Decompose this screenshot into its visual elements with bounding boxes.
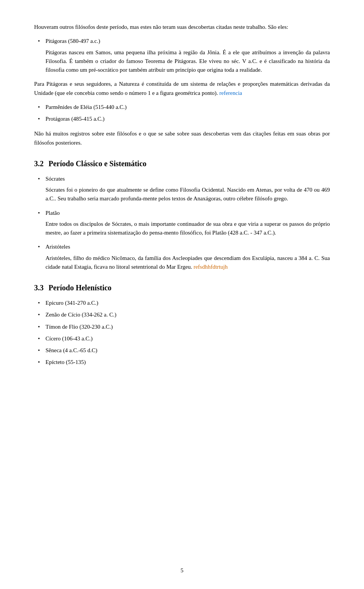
no-records-paragraph: Não há muitos registros sobre este filós… [34, 129, 330, 147]
page: Houveram outros filósofos deste período,… [0, 0, 364, 589]
cicero-label: Cícero (106-43 a.C.) [46, 335, 93, 342]
section-33-title: Período Helenístico [49, 283, 111, 292]
aristoteles-name: Aristóteles [46, 244, 70, 250]
epicuro-bullet: Epicuro (341-270 a.C.) [34, 299, 330, 307]
socrates-detail: Sócrates foi o pioneiro do que atualment… [34, 186, 330, 203]
section-32-heading: 3.2 Período Clássico e Sistemático [34, 159, 330, 169]
pitagoras-detail: Pitágoras nasceu em Samos, uma pequena i… [34, 48, 330, 75]
pythagoras-ref: referencia [220, 90, 242, 96]
timon-bullet: Tímon de Flio (320-230 a.C.) [34, 323, 330, 331]
seneca-bullet: Sêneca (4 a.C.-65 d.C) [34, 346, 330, 355]
epicuro-label: Epicuro (341-270 a.C.) [46, 300, 98, 306]
section-32-number: 3.2 [34, 159, 44, 168]
section-33-number: 3.3 [34, 283, 44, 292]
parmenides-bullet: Parmênides de Eléia (515-440 a.C.) [34, 103, 330, 112]
protagoras-bullet: Protágoras (485-415 a.C.) [34, 115, 330, 123]
aristoteles-ref: refsdhhfdtrtujh [193, 264, 228, 270]
platao-detail: Entre todos os discípulos de Sócrates, o… [34, 220, 330, 238]
zenao-bullet: Zenão de Cício (334-262 a. C.) [34, 310, 330, 319]
socrates-bullet-title: Sócrates [34, 175, 330, 183]
pitagoras-label: Pitágoras (580-497 a.c.) [46, 38, 100, 44]
platao-name: Platão [46, 210, 60, 216]
pitagoras-bullet-title: Pitágoras (580-497 a.c.) [34, 37, 330, 46]
zenao-label: Zenão de Cício (334-262 a. C.) [46, 312, 116, 318]
section-33-heading: 3.3 Período Helenístico [34, 283, 330, 293]
protagoras-label: Protágoras (485-415 a.C.) [46, 116, 105, 122]
epicteto-bullet: Epícteto (55-135) [34, 358, 330, 367]
page-number: 5 [180, 567, 184, 574]
section-32-title: Período Clássico e Sistemático [49, 159, 146, 168]
timon-label: Tímon de Flio (320-230 a.C.) [46, 324, 113, 330]
pythagoras-text: Para Pitágoras e seus seguidores, a Natu… [34, 81, 330, 96]
cicero-bullet: Cícero (106-43 a.C.) [34, 334, 330, 343]
aristoteles-text: Aristóteles, filho do médico Nicômaco, d… [46, 255, 330, 270]
socrates-name: Sócrates [46, 176, 65, 182]
aristoteles-detail: Aristóteles, filho do médico Nicômaco, d… [34, 254, 330, 272]
pythagoras-paragraph: Para Pitágoras e seus seguidores, a Natu… [34, 80, 330, 98]
epicteto-label: Epícteto (55-135) [46, 359, 86, 365]
seneca-label: Sêneca (4 a.C.-65 d.C) [46, 347, 97, 353]
aristoteles-bullet-title: Aristóteles [34, 243, 330, 251]
parmenides-label: Parmênides de Eléia (515-440 a.C.) [46, 104, 127, 110]
platao-bullet-title: Platão [34, 209, 330, 217]
intro-paragraph: Houveram outros filósofos deste período,… [34, 23, 330, 31]
